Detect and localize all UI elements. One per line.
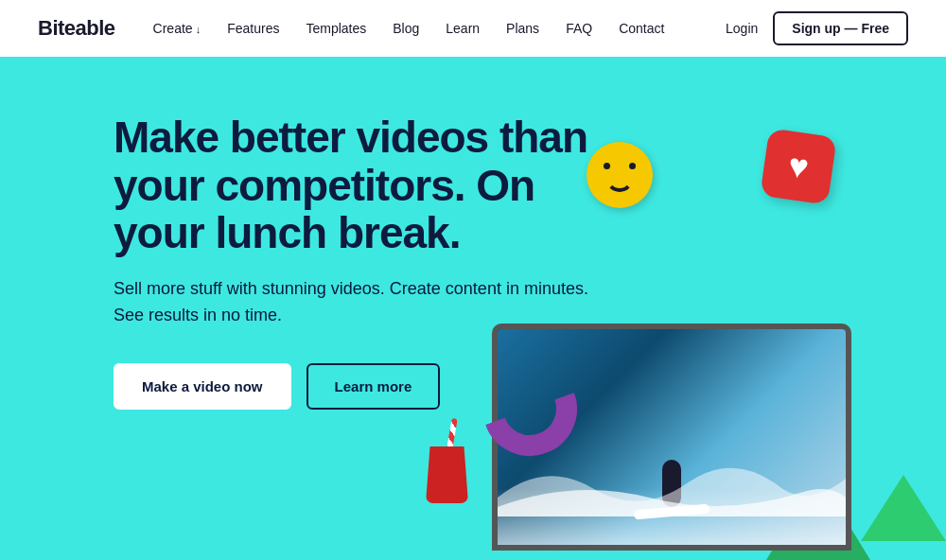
navbar: Biteable Create Features Templates Blog …	[0, 0, 946, 57]
triangle-3	[861, 475, 946, 541]
nav-right: Login Sign up — Free	[726, 11, 908, 45]
hero-buttons: Make a video now Learn more	[114, 363, 605, 410]
logo[interactable]: Biteable	[38, 16, 115, 41]
nav-blog[interactable]: Blog	[393, 21, 419, 36]
nav-faq[interactable]: FAQ	[566, 21, 592, 36]
smiley-eye-right	[629, 163, 636, 169]
heart-icon: ♥	[786, 149, 811, 185]
cup-body	[426, 446, 468, 503]
nav-links: Create Features Templates Blog Learn Pla…	[153, 21, 726, 36]
nav-plans[interactable]: Plans	[506, 21, 539, 36]
smiley-ball-decoration	[587, 142, 653, 208]
cup-decoration	[421, 437, 473, 503]
smiley-mouth	[605, 178, 634, 192]
nav-templates[interactable]: Templates	[306, 21, 366, 36]
smiley-eye-left	[604, 163, 610, 169]
hero-content: Make better videos than your competitors…	[114, 114, 605, 410]
hero-section: Make better videos than your competitors…	[0, 57, 946, 560]
nav-contact[interactable]: Contact	[619, 21, 664, 36]
make-video-button[interactable]: Make a video now	[114, 363, 291, 410]
hero-subtitle: Sell more stuff with stunning videos. Cr…	[114, 276, 605, 329]
signup-button[interactable]: Sign up — Free	[773, 11, 908, 45]
nav-create[interactable]: Create	[153, 21, 201, 36]
heart-like-decoration: ♥	[760, 128, 836, 204]
learn-more-button[interactable]: Learn more	[307, 363, 441, 410]
nav-learn[interactable]: Learn	[446, 21, 480, 36]
nav-features[interactable]: Features	[227, 21, 279, 36]
login-button[interactable]: Login	[726, 21, 758, 36]
smiley-circle	[587, 142, 653, 208]
wave-svg	[498, 441, 846, 516]
hero-title: Make better videos than your competitors…	[114, 114, 605, 257]
